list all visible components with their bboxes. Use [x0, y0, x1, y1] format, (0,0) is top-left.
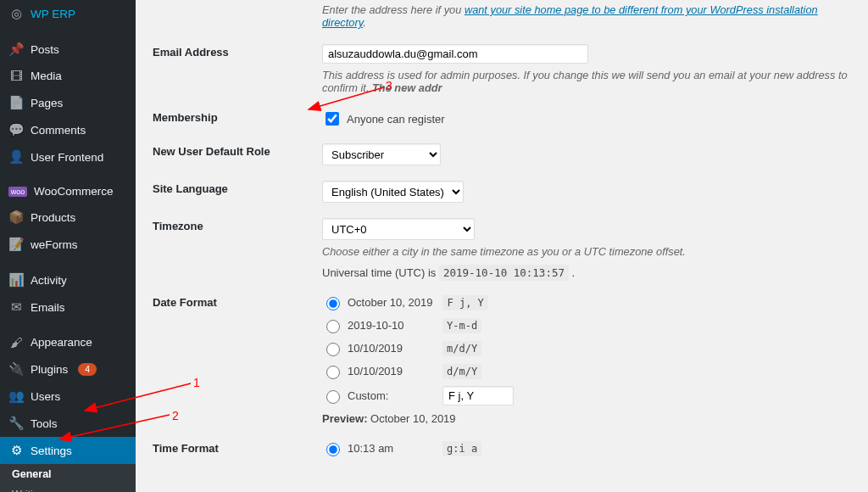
- time-format-code-1: g:i a: [442, 441, 481, 456]
- product-icon: 📦: [8, 210, 24, 225]
- media-icon: 🎞: [8, 69, 24, 83]
- settings-general-page: Enter the address here if you want your …: [136, 0, 868, 492]
- plugin-icon: 🔌: [8, 361, 24, 377]
- sidebar-item-posts[interactable]: 📌Posts: [0, 36, 136, 63]
- label-membership: Membership: [153, 109, 322, 124]
- sidebar-item-woocommerce[interactable]: wooWooCommerce: [0, 179, 136, 204]
- sidebar-item-weforms[interactable]: 📝weForms: [0, 231, 136, 258]
- sidebar-item-activity[interactable]: 📊Activity: [0, 266, 136, 294]
- sidebar-item-plugins[interactable]: 🔌Plugins4: [0, 355, 136, 383]
- timezone-description: Choose either a city in the same timezon…: [322, 245, 851, 258]
- label-timezone: Timezone: [153, 218, 322, 232]
- email-description: This address is used for admin purposes.…: [322, 69, 851, 94]
- page-icon: 📄: [8, 95, 24, 110]
- activity-icon: 📊: [8, 272, 24, 288]
- label-site-language: Site Language: [153, 181, 322, 195]
- sidebar-item-wperp[interactable]: ◎WP ERP: [0, 0, 136, 27]
- timezone-select[interactable]: UTC+0: [322, 218, 475, 240]
- label-email-address: Email Address: [153, 44, 322, 59]
- users-icon: 👥: [8, 389, 24, 404]
- wperp-icon: ◎: [8, 6, 24, 21]
- sidebar-item-settings[interactable]: ⚙Settings: [0, 437, 136, 464]
- membership-checkbox-label: Anyone can register: [347, 113, 445, 126]
- site-address-description: Enter the address here if you want your …: [322, 3, 851, 29]
- site-language-select[interactable]: English (United States): [322, 181, 464, 203]
- admin-sidebar: ◎WP ERP 📌Posts 🎞Media 📄Pages 💬Comments 👤…: [0, 0, 136, 492]
- comment-icon: 💬: [8, 122, 24, 137]
- sidebar-item-pages[interactable]: 📄Pages: [0, 89, 136, 116]
- update-badge: 4: [78, 363, 97, 376]
- sidebar-item-users[interactable]: 👥Users: [0, 383, 136, 410]
- submenu-writing[interactable]: Writing: [0, 484, 136, 492]
- date-format-custom-input[interactable]: [442, 386, 514, 405]
- form-icon: 📝: [8, 237, 24, 252]
- woo-icon: woo: [8, 187, 27, 197]
- label-date-format: Date Format: [153, 294, 322, 309]
- date-format-radio-4[interactable]: [326, 366, 340, 379]
- date-format-radio-3[interactable]: [326, 343, 340, 356]
- date-format-code-2: Y-m-d: [442, 318, 481, 333]
- date-format-code-4: d/m/Y: [442, 364, 481, 379]
- sidebar-item-media[interactable]: 🎞Media: [0, 63, 136, 89]
- sidebar-item-appearance[interactable]: 🖌Appearance: [0, 329, 136, 355]
- label-time-format: Time Format: [153, 440, 322, 455]
- gear-icon: ⚙: [8, 443, 24, 458]
- submenu-general[interactable]: General: [0, 464, 136, 484]
- default-role-select[interactable]: Subscriber: [322, 143, 441, 165]
- utc-time-display: Universal time (UTC) is 2019-10-10 10:13…: [322, 266, 851, 279]
- date-format-code-1: F j, Y: [442, 295, 487, 310]
- date-format-radio-2[interactable]: [326, 320, 340, 333]
- date-format-code-3: m/d/Y: [442, 341, 481, 356]
- sidebar-item-comments[interactable]: 💬Comments: [0, 116, 136, 143]
- brush-icon: 🖌: [8, 335, 24, 349]
- membership-checkbox[interactable]: [326, 112, 339, 126]
- settings-submenu: General Writing Reading: [0, 464, 136, 492]
- time-format-radio-1[interactable]: [326, 443, 340, 456]
- date-format-preview: Preview: October 10, 2019: [322, 412, 851, 425]
- sidebar-item-products[interactable]: 📦Products: [0, 204, 136, 231]
- sidebar-item-user-frontend[interactable]: 👤User Frontend: [0, 143, 136, 171]
- date-format-radio-custom[interactable]: [326, 390, 340, 404]
- mail-icon: ✉: [8, 299, 24, 315]
- sidebar-item-tools[interactable]: 🔧Tools: [0, 410, 136, 437]
- user-icon: 👤: [8, 149, 24, 165]
- pin-icon: 📌: [8, 42, 24, 57]
- label-default-role: New User Default Role: [153, 143, 322, 158]
- sidebar-item-emails[interactable]: ✉Emails: [0, 294, 136, 321]
- email-field[interactable]: [322, 44, 588, 64]
- tools-icon: 🔧: [8, 416, 24, 431]
- date-format-radio-1[interactable]: [326, 297, 340, 310]
